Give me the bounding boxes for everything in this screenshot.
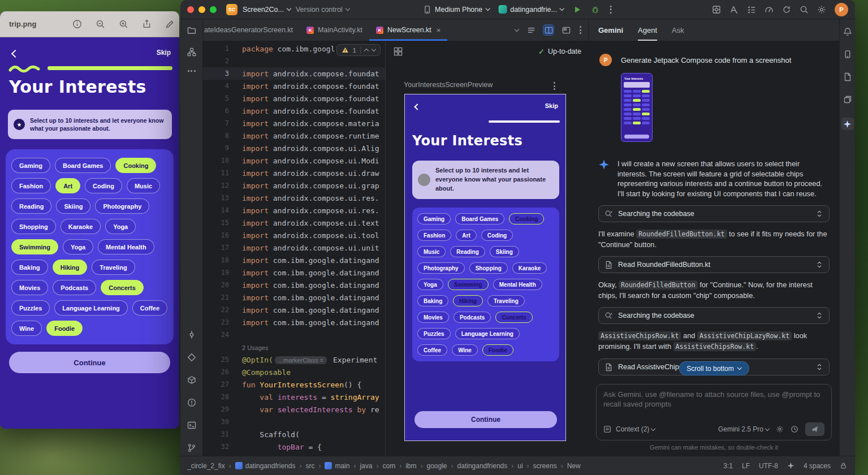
breadcrumb-item[interactable]: java bbox=[360, 462, 372, 470]
split-view-icon[interactable] bbox=[543, 25, 554, 35]
gemini-prompt-input[interactable] bbox=[603, 390, 824, 420]
gemini-settings-icon[interactable] bbox=[776, 425, 784, 433]
history-icon[interactable] bbox=[791, 425, 798, 433]
project-selector[interactable]: Screen2Co... bbox=[243, 6, 291, 14]
device-manager-icon[interactable] bbox=[843, 50, 852, 59]
tab-list-chevron-icon[interactable] bbox=[515, 27, 519, 31]
more-run-options-icon[interactable] bbox=[609, 5, 613, 15]
editor-tab[interactable]: KMainActivity.kt bbox=[300, 19, 369, 41]
minimize-window-button[interactable] bbox=[198, 6, 205, 13]
breadcrumb-separator: › bbox=[229, 462, 231, 470]
problems-tool-icon[interactable] bbox=[187, 398, 196, 407]
code-line: 9import androidx.compose.ui.Alig bbox=[203, 142, 385, 154]
breadcrumb-item[interactable]: com bbox=[382, 462, 395, 470]
device-selector[interactable]: Medium Phone bbox=[422, 5, 489, 14]
file-encoding[interactable]: UTF-8 bbox=[759, 462, 778, 470]
line-separator[interactable]: LF bbox=[742, 462, 750, 470]
expand-collapse-icon[interactable] bbox=[815, 261, 823, 269]
design-view-icon[interactable] bbox=[561, 25, 571, 35]
interest-chip: Music bbox=[417, 246, 446, 257]
project-tool-icon[interactable] bbox=[187, 26, 196, 35]
preview-options-icon[interactable] bbox=[552, 81, 556, 91]
response-text: Okay, RoundedFilledButton for "Continue.… bbox=[598, 280, 830, 300]
preview-composable-name[interactable]: YourInterestsScreenPreview bbox=[404, 81, 493, 89]
lock-icon[interactable] bbox=[840, 462, 847, 469]
version-control-tool-icon[interactable] bbox=[187, 443, 196, 452]
tool-call-row[interactable]: Searching the codebase bbox=[598, 205, 830, 222]
inspections-widget[interactable]: 1 bbox=[336, 44, 381, 56]
breadcrumb-item[interactable]: ibm bbox=[405, 462, 416, 470]
editor-tab[interactable]: ateIdeasGeneratorScreen.kt bbox=[203, 19, 300, 41]
terminal-tool-icon[interactable] bbox=[187, 421, 196, 430]
more-tool-windows-icon[interactable] bbox=[187, 69, 197, 73]
zoom-window-button[interactable] bbox=[210, 6, 217, 13]
breadcrumb-item[interactable]: main bbox=[325, 462, 349, 470]
task-list-icon[interactable] bbox=[747, 5, 756, 14]
indent-setting[interactable]: 4 spaces bbox=[804, 462, 831, 470]
profiler-icon[interactable] bbox=[765, 5, 774, 14]
breadcrumb-item[interactable]: datingandfriends bbox=[235, 462, 296, 470]
share-icon[interactable] bbox=[142, 19, 152, 29]
breadcrumb-item[interactable]: New bbox=[567, 462, 581, 470]
info-icon[interactable] bbox=[72, 19, 82, 29]
caret-position[interactable]: 3:1 bbox=[723, 462, 733, 470]
expand-collapse-icon[interactable] bbox=[815, 312, 823, 319]
run-configuration-selector[interactable]: datingandfrie... bbox=[498, 5, 564, 14]
next-problem-icon[interactable] bbox=[372, 47, 376, 51]
expand-collapse-icon[interactable] bbox=[815, 210, 823, 218]
layout-inspector-icon[interactable] bbox=[712, 5, 721, 14]
edit-icon[interactable] bbox=[165, 19, 175, 29]
code-line: 14import androidx.compose.ui.res. bbox=[203, 204, 385, 217]
code-line: 12import androidx.compose.ui.grap bbox=[203, 179, 385, 192]
breadcrumb-item[interactable]: screens bbox=[533, 462, 557, 470]
preview-layout-icon[interactable] bbox=[394, 47, 403, 56]
commit-tool-icon[interactable] bbox=[187, 330, 196, 339]
run-button[interactable] bbox=[573, 5, 582, 14]
tool-call-row[interactable]: Read RoundedFilledButton.kt bbox=[598, 256, 830, 273]
expand-collapse-icon[interactable] bbox=[815, 363, 823, 371]
context-selector[interactable]: Context (2) bbox=[616, 425, 655, 433]
zoom-in-icon[interactable] bbox=[119, 19, 128, 29]
editor-tab[interactable]: KNewScreen.kt× bbox=[369, 19, 447, 41]
gemini-tool-icon-active[interactable] bbox=[841, 118, 854, 130]
sync-project-icon[interactable] bbox=[782, 5, 791, 14]
editor-view-controls bbox=[515, 19, 588, 41]
build-tool-icon[interactable] bbox=[187, 375, 196, 385]
close-tab-icon[interactable]: × bbox=[437, 27, 441, 34]
scroll-to-bottom-button[interactable]: Scroll to bottom bbox=[679, 361, 749, 375]
gemini-panel-title[interactable]: Gemini bbox=[598, 26, 623, 34]
tool-call-row[interactable]: Searching the codebase bbox=[598, 307, 830, 324]
code-line: 13import androidx.compose.ui.res. bbox=[203, 192, 385, 204]
vcs-selector[interactable]: Version control bbox=[296, 6, 349, 14]
structure-tool-icon[interactable] bbox=[187, 353, 196, 362]
breadcrumb-item[interactable]: google bbox=[426, 462, 447, 470]
code-view-icon[interactable] bbox=[526, 25, 536, 35]
search-everywhere-icon[interactable] bbox=[800, 5, 809, 14]
breadcrumb-item[interactable]: src bbox=[305, 462, 314, 470]
previous-problem-icon[interactable] bbox=[364, 49, 369, 53]
settings-icon[interactable] bbox=[817, 5, 826, 14]
ui-check-icon[interactable] bbox=[729, 5, 739, 14]
running-devices-icon[interactable] bbox=[843, 95, 852, 104]
user-profile-avatar[interactable]: P bbox=[835, 3, 848, 16]
breadcrumb-item[interactable]: datingandfriends bbox=[457, 462, 508, 470]
close-window-button[interactable] bbox=[187, 6, 194, 13]
tab-agent[interactable]: Agent bbox=[638, 19, 657, 41]
model-selector[interactable]: Gemini 2.5 Pro bbox=[718, 425, 769, 433]
notifications-icon[interactable] bbox=[843, 27, 852, 36]
usages-hint[interactable]: 2 Usages bbox=[242, 344, 268, 351]
interest-chip: Karaoke bbox=[61, 219, 101, 234]
compose-preview-panel: ✓ Up-to-date YourInterestsScreenPreview … bbox=[385, 41, 588, 456]
tab-ask[interactable]: Ask bbox=[672, 19, 684, 41]
line-number: 15 bbox=[203, 219, 229, 227]
zoom-out-icon[interactable] bbox=[96, 19, 105, 29]
resource-manager-icon[interactable] bbox=[187, 48, 196, 57]
send-button[interactable] bbox=[805, 422, 824, 436]
logcat-icon[interactable] bbox=[843, 72, 852, 81]
breadcrumb-item[interactable]: _circle_2_fix bbox=[187, 462, 225, 470]
breadcrumb-item[interactable]: ui bbox=[517, 462, 522, 470]
debug-button[interactable] bbox=[591, 5, 600, 14]
editor-options-icon[interactable] bbox=[578, 25, 582, 35]
code-editor[interactable]: 1package com.ibm.googl23import androidx.… bbox=[203, 41, 385, 456]
ai-status-icon[interactable] bbox=[787, 462, 794, 469]
